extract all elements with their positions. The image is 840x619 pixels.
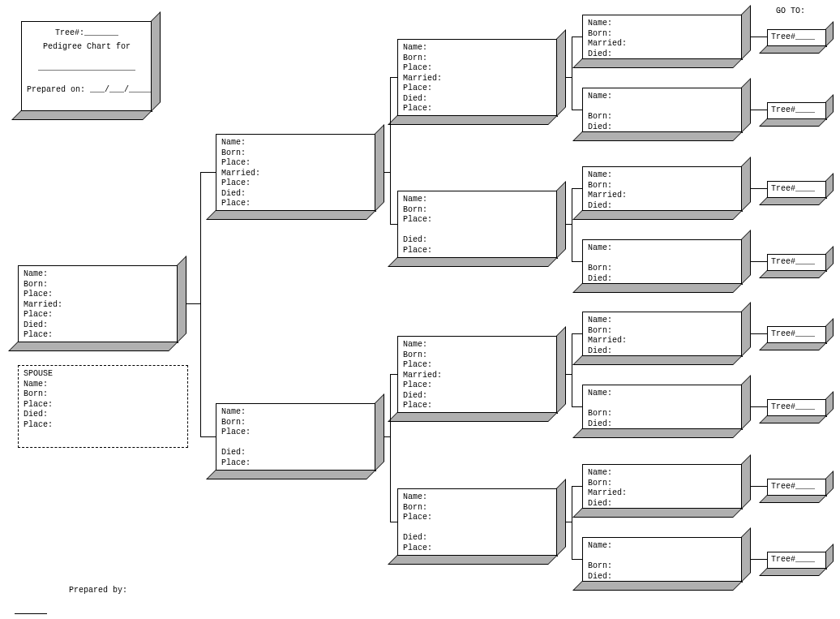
field-married: Married: xyxy=(588,191,737,201)
field-died: Died: xyxy=(588,49,737,60)
field-place: Place: xyxy=(403,544,552,554)
person-mother: Name: Born: Place: Died: Place: xyxy=(216,403,376,471)
field-born: Born: xyxy=(588,409,737,419)
field-name: Name: xyxy=(403,340,552,350)
field-born: Born: xyxy=(221,148,371,159)
field-place: Place: xyxy=(403,380,552,391)
field-place: Place: xyxy=(403,246,552,256)
field-place: Place: xyxy=(221,199,371,209)
treeref-2: Tree#____ xyxy=(767,102,827,120)
field-married: Married: xyxy=(403,371,552,381)
spouse-title: SPOUSE xyxy=(24,369,182,380)
field-died: Died: xyxy=(403,391,552,402)
field-died: Died: xyxy=(403,235,552,246)
field-born: Born: xyxy=(588,264,737,274)
person-ggp-2: Name: Born: Died: xyxy=(582,88,743,133)
field-place: Place: xyxy=(403,401,552,411)
prepared-by-label: Prepared by: xyxy=(69,586,127,595)
field-born: Born: xyxy=(221,418,371,428)
field-died: Died: xyxy=(588,201,737,212)
person-gm-maternal: Name: Born: Place: Died: Place: xyxy=(397,488,558,557)
person-father: Name: Born: Place: Married: Place: Died:… xyxy=(216,134,376,212)
person-gf-maternal: Name: Born: Place: Married: Place: Died:… xyxy=(397,336,558,414)
person-ggp-8: Name: Born: Died: xyxy=(582,537,743,582)
field-died: Died: xyxy=(588,123,737,133)
field-name: Name: xyxy=(403,492,552,503)
field-place: Place: xyxy=(221,458,371,469)
field-born: Born: xyxy=(588,479,737,489)
field-place: Place: xyxy=(403,84,552,94)
field-died: Died: xyxy=(221,448,371,458)
field-blank xyxy=(588,102,737,113)
field-name: Name: xyxy=(221,138,371,148)
field-place: Place: xyxy=(24,310,173,320)
field-born: Born: xyxy=(588,29,737,40)
field-born: Born: xyxy=(588,112,737,123)
person-ggp-7: Name: Born: Married: Died: xyxy=(582,464,743,509)
person-gf-paternal: Name: Born: Place: Married: Place: Died:… xyxy=(397,39,558,117)
field-married: Married: xyxy=(221,169,371,179)
field-place: Place: xyxy=(24,290,173,300)
field-died: Died: xyxy=(588,274,737,285)
field-name: Name: xyxy=(588,243,737,254)
field-name: Name: xyxy=(588,541,737,552)
field-place: Place: xyxy=(24,330,173,341)
goto-label: GO TO: xyxy=(776,6,805,15)
field-blank xyxy=(403,523,552,534)
tree-number: Tree#:_______ xyxy=(27,28,147,39)
person-ggp-5: Name: Born: Married: Died: xyxy=(582,312,743,357)
field-married: Married: xyxy=(24,300,173,311)
field-name: Name: xyxy=(588,389,737,399)
field-name: Name: xyxy=(588,170,737,181)
field-died: Died: xyxy=(403,533,552,544)
field-name: Name: xyxy=(221,407,371,418)
field-died: Died: xyxy=(221,189,371,200)
treeref-8: Tree#____ xyxy=(767,552,827,570)
field-blank xyxy=(588,552,737,562)
field-place: Place: xyxy=(403,513,552,523)
field-married: Married: xyxy=(403,74,552,84)
field-name: Name: xyxy=(588,468,737,479)
field-place: Place: xyxy=(221,428,371,438)
field-married: Married: xyxy=(588,336,737,346)
field-place: Place: xyxy=(221,178,371,189)
treeref-7: Tree#____ xyxy=(767,479,827,496)
prepared-on: Prepared on: ___/___/_____ xyxy=(27,85,147,96)
field-name: Name: xyxy=(403,43,552,54)
person-gm-paternal: Name: Born: Place: Died: Place: xyxy=(397,191,558,259)
person-self: Name: Born: Place: Married: Place: Died:… xyxy=(18,265,178,343)
prepared-by-line xyxy=(15,613,47,614)
field-place: Place: xyxy=(403,215,552,226)
field-born: Born: xyxy=(588,326,737,337)
field-born: Born: xyxy=(24,280,173,290)
field-place: Place: xyxy=(403,104,552,114)
pedigree-title: Pedigree Chart for xyxy=(27,42,147,53)
field-died: Died: xyxy=(588,346,737,357)
field-blank xyxy=(403,226,552,236)
field-died: Died: xyxy=(403,94,552,105)
treeref-6: Tree#____ xyxy=(767,399,827,417)
field-place: Place: xyxy=(403,63,552,74)
field-place: Place: xyxy=(24,400,182,411)
field-born: Born: xyxy=(403,503,552,514)
treeref-1: Tree#____ xyxy=(767,29,827,47)
field-born: Born: xyxy=(403,205,552,216)
spouse-box: SPOUSE Name: Born: Place: Died: Place: xyxy=(18,365,188,448)
field-name: Name: xyxy=(403,195,552,205)
field-born: Born: xyxy=(24,389,182,400)
field-died: Died: xyxy=(588,499,737,509)
treeref-5: Tree#____ xyxy=(767,326,827,344)
field-blank xyxy=(221,438,371,449)
field-born: Born: xyxy=(588,181,737,191)
field-name: Name: xyxy=(24,380,182,390)
person-ggp-1: Name: Born: Married: Died: xyxy=(582,15,743,60)
name-blank: ____________________ xyxy=(27,63,147,74)
field-place: Place: xyxy=(403,360,552,371)
field-blank xyxy=(588,399,737,410)
header-box: Tree#:_______ Pedigree Chart for _______… xyxy=(21,21,152,112)
treeref-3: Tree#____ xyxy=(767,181,827,199)
treeref-4: Tree#____ xyxy=(767,254,827,272)
field-place: Place: xyxy=(221,158,371,169)
field-place: Place: xyxy=(24,420,182,431)
field-blank xyxy=(588,254,737,264)
